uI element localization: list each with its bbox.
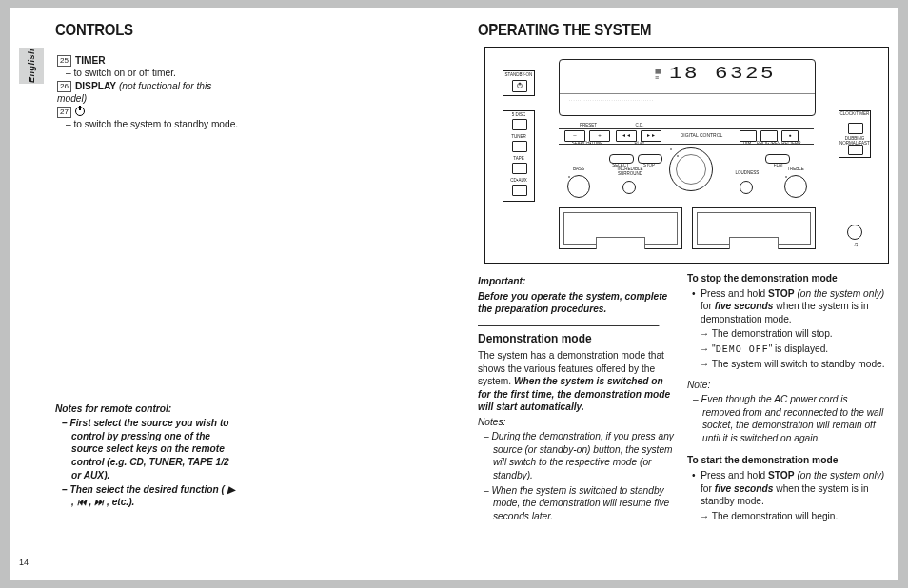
cassette-deck-2[interactable] bbox=[692, 207, 816, 249]
important-text: Before you operate the system, complete … bbox=[478, 290, 675, 316]
standby-label: STANDBY-ON bbox=[503, 73, 534, 78]
controls-heading: CONTROLS bbox=[55, 21, 218, 40]
power-icon bbox=[517, 83, 523, 88]
remote-notes: Notes for remote control: – First select… bbox=[55, 402, 240, 509]
note-label: Note: bbox=[687, 379, 887, 392]
source-panel: 5 DISC TUNER TAPE CD•AUX bbox=[503, 110, 535, 202]
arrow-line: → The demonstration will stop. bbox=[687, 327, 887, 341]
treble-knob[interactable] bbox=[784, 175, 807, 198]
stop-demo-title: To stop the demonstration mode bbox=[687, 272, 887, 285]
label: BASS bbox=[567, 167, 590, 172]
dotted-text: DEMO OFF bbox=[716, 344, 769, 355]
clock-button[interactable] bbox=[848, 123, 863, 134]
notes-label: Notes: bbox=[478, 416, 675, 429]
controls-list: 25TIMER – to switch on or off timer. 26D… bbox=[57, 54, 240, 131]
disc-button[interactable] bbox=[512, 119, 527, 130]
note-line: – Then select the desired function ( ▶ ,… bbox=[55, 483, 240, 510]
bass-knob[interactable] bbox=[567, 175, 590, 198]
page-number: 14 bbox=[19, 558, 29, 567]
note-line: – First select the source you wish to co… bbox=[55, 417, 240, 482]
lcd-digits: 18 6325 bbox=[669, 64, 776, 83]
ref-number: 26 bbox=[57, 81, 71, 92]
label: LOUDNESS bbox=[731, 171, 763, 176]
cdaux-button[interactable] bbox=[512, 185, 527, 196]
start-demo-title: To start the demonstration mode bbox=[687, 454, 887, 467]
standby-button[interactable] bbox=[512, 80, 527, 92]
loudness-button[interactable] bbox=[740, 181, 753, 194]
label: TUNER bbox=[503, 135, 534, 140]
important-label: Important: bbox=[478, 275, 675, 288]
note-line: – When the system is switched to standby… bbox=[478, 484, 675, 523]
tuner-button[interactable] bbox=[512, 141, 527, 152]
label: TREBLE bbox=[782, 167, 809, 172]
notes-title: Notes for remote control: bbox=[55, 402, 240, 416]
label: CLOCK/TIMER bbox=[839, 112, 870, 117]
label: INCREDIBLE SURROUND bbox=[611, 167, 649, 177]
label: 5 DISC bbox=[503, 113, 534, 118]
tape-button[interactable] bbox=[512, 163, 527, 174]
system-panel-diagram: STANDBY-ON 5 DISC TUNER TAPE CD•AUX CLOC… bbox=[484, 47, 889, 264]
headphone-icon: ♫ bbox=[851, 241, 860, 248]
manual-page: English CONTROLS 25TIMER – to switch on … bbox=[10, 8, 898, 580]
ref-number: 27 bbox=[57, 107, 71, 118]
start-bullet: • Press and hold STOP (on the system onl… bbox=[687, 469, 887, 508]
dubbing-button[interactable] bbox=[848, 145, 863, 155]
mid-column: Important: Before you operate the system… bbox=[478, 275, 675, 524]
right-column: To stop the demonstration mode • Press a… bbox=[687, 272, 887, 524]
item-title: DISPLAY bbox=[75, 81, 116, 91]
headphone-jack[interactable] bbox=[847, 225, 862, 240]
item-desc: – to switch the system to standby mode. bbox=[57, 118, 240, 130]
lcd-small-icons: ▦≡ bbox=[655, 68, 661, 81]
arrow-line: → The demonstration will begin. bbox=[687, 510, 887, 523]
left-column: CONTROLS 25TIMER – to switch on or off t… bbox=[55, 21, 240, 131]
cassette-deck-1[interactable] bbox=[559, 207, 682, 249]
item-desc: – to switch on or off timer. bbox=[57, 67, 240, 79]
arrow-line: → The system will switch to standby mode… bbox=[687, 358, 887, 371]
demo-paragraph: The system has a demonstration mode that… bbox=[478, 349, 675, 414]
surround-button[interactable] bbox=[622, 181, 636, 194]
arrow-line: → "DEMO OFF" is displayed. bbox=[687, 343, 887, 356]
item-title: TIMER bbox=[75, 55, 106, 66]
note-line: – During the demonstration, if you press… bbox=[478, 430, 675, 481]
ref-number: 25 bbox=[57, 55, 71, 67]
operating-heading: OPERATING THE SYSTEM bbox=[478, 21, 651, 40]
language-tab: English bbox=[19, 48, 44, 84]
lcd-display: ▦≡ 18 6325 · · · · · · · · · · · · · · ·… bbox=[559, 59, 816, 116]
power-icon bbox=[75, 107, 85, 116]
label: TAPE bbox=[503, 157, 534, 162]
stop-bullet: • Press and hold STOP (on the system onl… bbox=[687, 287, 887, 326]
standby-panel: STANDBY-ON bbox=[503, 70, 535, 96]
strip-border bbox=[559, 128, 814, 145]
volume-jog-inner bbox=[676, 154, 706, 185]
note-text: – Even though the AC power cord is remov… bbox=[687, 393, 887, 444]
lcd-scale: · · · · · · · · · · · · · · · · · · · · … bbox=[569, 98, 653, 103]
demo-heading: Demonstration mode bbox=[478, 325, 659, 346]
clock-panel: CLOCK/TIMER DUBBING NORMAL/FAST bbox=[839, 110, 871, 158]
label: CD•AUX bbox=[503, 179, 534, 184]
